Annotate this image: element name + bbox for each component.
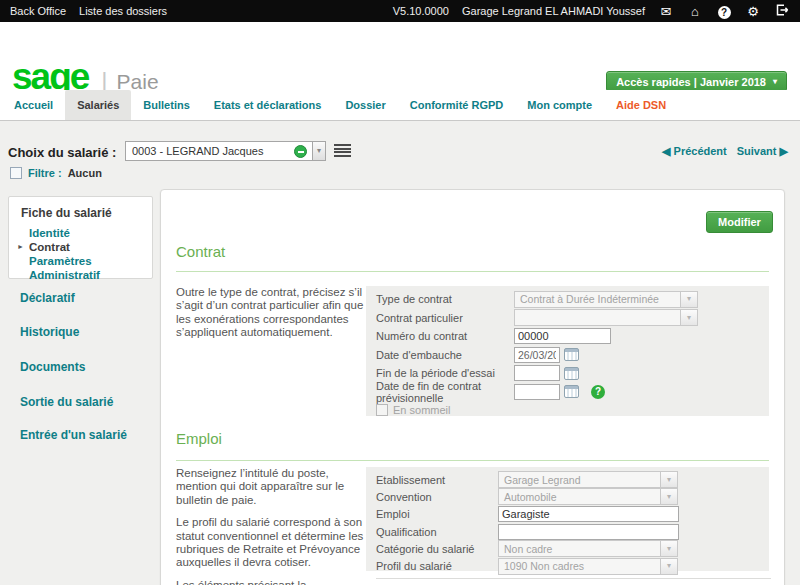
liste-dossiers-link[interactable]: Liste des dossiers (79, 5, 167, 17)
form-row: Catégorie du salarié Non cadre ▾ (376, 540, 769, 557)
etablissement-select: Garage Legrand ▾ (498, 471, 678, 488)
tab-etats-declarations[interactable]: Etats et déclarations (202, 90, 334, 120)
next-employee-link[interactable]: Suivant ▶ (737, 145, 788, 158)
employee-detail-panel: Modifier Contrat Outre le type de contra… (160, 189, 785, 585)
form-row: Contrat particulier ▾ (376, 309, 769, 328)
sidebar-item-parametres[interactable]: Paramètres (21, 254, 152, 268)
section-rule (176, 460, 769, 461)
tab-salaries[interactable]: Salariés (65, 90, 131, 120)
current-item-marker-icon: ► (17, 240, 24, 254)
tab-mon-compte[interactable]: Mon compte (515, 90, 604, 120)
tab-conformite-rgpd[interactable]: Conformité RGPD (398, 90, 516, 120)
modifier-button[interactable]: Modifier (706, 211, 773, 233)
top-system-bar: Back Office Liste des dossiers V5.10.000… (0, 0, 800, 22)
filter-checkbox[interactable] (10, 167, 22, 179)
chevron-down-icon: ▾ (660, 488, 678, 505)
numero-contrat-input[interactable] (514, 328, 611, 344)
qualification-input[interactable] (498, 524, 679, 540)
filter-label: Filtre : (28, 167, 62, 179)
form-row: Date d'embauche (376, 346, 769, 365)
emploi-input[interactable] (498, 506, 679, 522)
sidebar-item-declaratif[interactable]: Déclaratif (20, 291, 75, 305)
sidebar-group-fiche-salarie: Fiche du salarié Identité ► Contrat Para… (8, 196, 153, 279)
tab-bulletins[interactable]: Bulletins (131, 90, 201, 120)
calendar-icon[interactable] (564, 385, 579, 398)
form-row: Convention Automobile ▾ (376, 488, 769, 505)
contrat-form: Type de contrat Contrat à Durée Indéterm… (366, 286, 769, 416)
employee-list-icon[interactable] (334, 144, 351, 157)
chevron-down-icon: ▾ (660, 540, 678, 557)
section-divider (376, 578, 771, 579)
settings-gear-icon[interactable]: ⚙ (745, 4, 761, 19)
back-office-link[interactable]: Back Office (10, 5, 66, 17)
sidebar-item-identite[interactable]: Identité (21, 226, 152, 240)
categorie-salarie-select: Non cadre ▾ (498, 540, 678, 557)
employee-select-value: 0003 - LEGRAND Jacques (132, 145, 263, 157)
version-label: V5.10.0000 (393, 5, 449, 17)
section-rule (176, 271, 769, 272)
contrat-particulier-select: ▾ (514, 309, 698, 326)
user-label: Garage Legrand EL AHMADI Youssef (462, 5, 645, 17)
sidebar-item-historique[interactable]: Historique (20, 325, 79, 339)
emploi-form: Etablissement Garage Legrand ▾ Conventio… (366, 467, 769, 571)
form-row: Date de fin de contrat prévisionnelle ? (376, 383, 769, 402)
chevron-down-icon: ▾ (660, 471, 678, 488)
calendar-icon[interactable] (564, 348, 579, 361)
employee-status-icon (294, 145, 307, 158)
content-area: Choix du salarié : 0003 - LEGRAND Jacque… (0, 121, 800, 585)
quick-access-button[interactable]: Accès rapides | Janvier 2018 ▾ (606, 71, 787, 92)
sidebar-item-contrat[interactable]: ► Contrat (21, 240, 152, 254)
sidebar-group-title: Fiche du salarié (21, 206, 152, 220)
profil-salarie-select: 1090 Non cadres ▾ (498, 558, 678, 575)
sidebar-item-entree-salarie[interactable]: Entrée d'un salarié (20, 428, 127, 442)
tab-accueil[interactable]: Accueil (2, 90, 65, 120)
emploi-description: Renseignez l’intitulé du poste, mention … (176, 467, 368, 585)
type-de-contrat-select: Contrat à Durée Indéterminée ▾ (514, 291, 698, 308)
chevron-down-icon: ▾ (680, 309, 698, 326)
form-row: Numéro du contrat (376, 327, 769, 346)
sage-logo-text: sage (12, 60, 88, 94)
employee-choice-label: Choix du salarié : (8, 145, 116, 160)
chevron-down-icon: ▾ (660, 558, 678, 575)
form-row: Profil du salarié 1090 Non cadres ▾ (376, 557, 769, 574)
sidebar-item-documents[interactable]: Documents (20, 360, 85, 374)
employee-select-dropdown-button[interactable]: ▾ (313, 141, 326, 161)
fin-periode-essai-input[interactable] (514, 365, 560, 381)
tab-aide-dsn[interactable]: Aide DSN (604, 90, 678, 120)
contrat-description: Outre le type de contrat, précisez s’il … (176, 286, 368, 340)
date-embauche-input[interactable] (514, 347, 560, 363)
sidebar-item-sortie-salarie[interactable]: Sortie du salarié (20, 395, 113, 409)
filter-value: Aucun (68, 167, 102, 179)
form-row: Type de contrat Contrat à Durée Indéterm… (376, 290, 769, 309)
tab-dossier[interactable]: Dossier (333, 90, 397, 120)
employee-select[interactable]: 0003 - LEGRAND Jacques (125, 141, 313, 161)
calendar-icon[interactable] (564, 367, 579, 380)
mail-icon[interactable]: ✉ (658, 4, 674, 19)
chevron-down-icon: ▾ (773, 78, 777, 86)
form-row: En sommeil (376, 401, 769, 420)
chevron-down-icon: ▾ (680, 291, 698, 308)
help-icon[interactable]: ? (716, 4, 732, 19)
convention-select: Automobile ▾ (498, 488, 678, 505)
en-sommeil-checkbox (376, 404, 388, 416)
help-icon[interactable]: ? (591, 385, 605, 399)
form-row: Etablissement Garage Legrand ▾ (376, 471, 769, 488)
main-navigation: Accueil Salariés Bulletins Etats et décl… (0, 90, 800, 121)
home-icon[interactable]: ⌂ (687, 4, 703, 19)
section-title-contrat: Contrat (176, 243, 225, 260)
sidebar-item-administratif[interactable]: Administratif (21, 268, 152, 282)
form-row: Qualification (376, 523, 769, 540)
app-header: sage | Paie Accès rapides | Janvier 2018… (0, 22, 800, 90)
logout-icon[interactable] (774, 4, 790, 19)
previous-employee-link[interactable]: ◀ Précédent (662, 145, 727, 158)
form-row: Emploi (376, 506, 769, 523)
date-fin-contrat-input[interactable] (514, 384, 560, 400)
section-title-emploi: Emploi (176, 430, 222, 447)
